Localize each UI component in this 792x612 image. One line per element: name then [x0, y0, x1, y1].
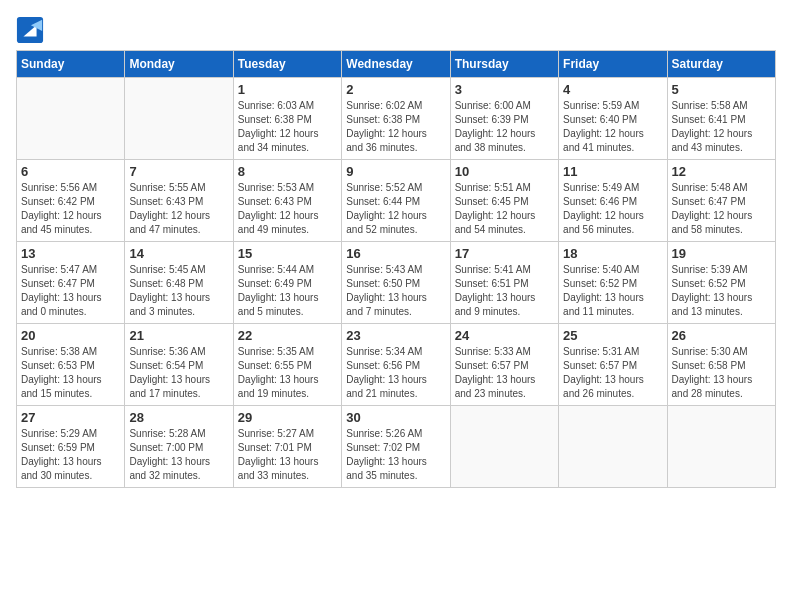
- day-number: 10: [455, 164, 554, 179]
- calendar-cell: 30Sunrise: 5:26 AM Sunset: 7:02 PM Dayli…: [342, 406, 450, 488]
- day-detail: Sunrise: 5:53 AM Sunset: 6:43 PM Dayligh…: [238, 181, 337, 237]
- calendar-cell: 26Sunrise: 5:30 AM Sunset: 6:58 PM Dayli…: [667, 324, 775, 406]
- calendar-cell: 21Sunrise: 5:36 AM Sunset: 6:54 PM Dayli…: [125, 324, 233, 406]
- day-number: 9: [346, 164, 445, 179]
- day-detail: Sunrise: 5:39 AM Sunset: 6:52 PM Dayligh…: [672, 263, 771, 319]
- calendar-cell: 27Sunrise: 5:29 AM Sunset: 6:59 PM Dayli…: [17, 406, 125, 488]
- calendar-week-1: 1Sunrise: 6:03 AM Sunset: 6:38 PM Daylig…: [17, 78, 776, 160]
- weekday-header-friday: Friday: [559, 51, 667, 78]
- day-number: 28: [129, 410, 228, 425]
- day-number: 2: [346, 82, 445, 97]
- day-number: 8: [238, 164, 337, 179]
- calendar-cell: [559, 406, 667, 488]
- day-number: 17: [455, 246, 554, 261]
- calendar-cell: 29Sunrise: 5:27 AM Sunset: 7:01 PM Dayli…: [233, 406, 341, 488]
- weekday-header-sunday: Sunday: [17, 51, 125, 78]
- calendar-cell: [450, 406, 558, 488]
- day-number: 16: [346, 246, 445, 261]
- calendar-cell: 23Sunrise: 5:34 AM Sunset: 6:56 PM Dayli…: [342, 324, 450, 406]
- day-detail: Sunrise: 5:35 AM Sunset: 6:55 PM Dayligh…: [238, 345, 337, 401]
- calendar-cell: 12Sunrise: 5:48 AM Sunset: 6:47 PM Dayli…: [667, 160, 775, 242]
- calendar-cell: 11Sunrise: 5:49 AM Sunset: 6:46 PM Dayli…: [559, 160, 667, 242]
- weekday-header-monday: Monday: [125, 51, 233, 78]
- calendar-cell: 18Sunrise: 5:40 AM Sunset: 6:52 PM Dayli…: [559, 242, 667, 324]
- day-detail: Sunrise: 5:51 AM Sunset: 6:45 PM Dayligh…: [455, 181, 554, 237]
- weekday-header-wednesday: Wednesday: [342, 51, 450, 78]
- day-detail: Sunrise: 5:55 AM Sunset: 6:43 PM Dayligh…: [129, 181, 228, 237]
- calendar-cell: 24Sunrise: 5:33 AM Sunset: 6:57 PM Dayli…: [450, 324, 558, 406]
- calendar-cell: 5Sunrise: 5:58 AM Sunset: 6:41 PM Daylig…: [667, 78, 775, 160]
- day-number: 14: [129, 246, 228, 261]
- day-number: 13: [21, 246, 120, 261]
- weekday-header-saturday: Saturday: [667, 51, 775, 78]
- day-detail: Sunrise: 5:45 AM Sunset: 6:48 PM Dayligh…: [129, 263, 228, 319]
- day-number: 26: [672, 328, 771, 343]
- day-detail: Sunrise: 5:36 AM Sunset: 6:54 PM Dayligh…: [129, 345, 228, 401]
- day-detail: Sunrise: 5:52 AM Sunset: 6:44 PM Dayligh…: [346, 181, 445, 237]
- day-number: 24: [455, 328, 554, 343]
- calendar: SundayMondayTuesdayWednesdayThursdayFrid…: [16, 50, 776, 488]
- calendar-week-3: 13Sunrise: 5:47 AM Sunset: 6:47 PM Dayli…: [17, 242, 776, 324]
- day-detail: Sunrise: 5:48 AM Sunset: 6:47 PM Dayligh…: [672, 181, 771, 237]
- day-number: 19: [672, 246, 771, 261]
- day-detail: Sunrise: 5:40 AM Sunset: 6:52 PM Dayligh…: [563, 263, 662, 319]
- header: [16, 16, 776, 44]
- calendar-cell: 14Sunrise: 5:45 AM Sunset: 6:48 PM Dayli…: [125, 242, 233, 324]
- calendar-cell: 28Sunrise: 5:28 AM Sunset: 7:00 PM Dayli…: [125, 406, 233, 488]
- day-detail: Sunrise: 5:44 AM Sunset: 6:49 PM Dayligh…: [238, 263, 337, 319]
- day-number: 7: [129, 164, 228, 179]
- day-detail: Sunrise: 5:30 AM Sunset: 6:58 PM Dayligh…: [672, 345, 771, 401]
- day-detail: Sunrise: 5:34 AM Sunset: 6:56 PM Dayligh…: [346, 345, 445, 401]
- calendar-cell: 2Sunrise: 6:02 AM Sunset: 6:38 PM Daylig…: [342, 78, 450, 160]
- calendar-cell: 4Sunrise: 5:59 AM Sunset: 6:40 PM Daylig…: [559, 78, 667, 160]
- day-number: 12: [672, 164, 771, 179]
- calendar-cell: 7Sunrise: 5:55 AM Sunset: 6:43 PM Daylig…: [125, 160, 233, 242]
- weekday-header-tuesday: Tuesday: [233, 51, 341, 78]
- calendar-cell: [667, 406, 775, 488]
- day-number: 11: [563, 164, 662, 179]
- calendar-week-5: 27Sunrise: 5:29 AM Sunset: 6:59 PM Dayli…: [17, 406, 776, 488]
- day-number: 18: [563, 246, 662, 261]
- day-number: 4: [563, 82, 662, 97]
- day-detail: Sunrise: 5:28 AM Sunset: 7:00 PM Dayligh…: [129, 427, 228, 483]
- day-detail: Sunrise: 6:00 AM Sunset: 6:39 PM Dayligh…: [455, 99, 554, 155]
- calendar-cell: [17, 78, 125, 160]
- day-detail: Sunrise: 6:03 AM Sunset: 6:38 PM Dayligh…: [238, 99, 337, 155]
- day-number: 15: [238, 246, 337, 261]
- calendar-cell: 16Sunrise: 5:43 AM Sunset: 6:50 PM Dayli…: [342, 242, 450, 324]
- weekday-header-thursday: Thursday: [450, 51, 558, 78]
- day-detail: Sunrise: 5:27 AM Sunset: 7:01 PM Dayligh…: [238, 427, 337, 483]
- calendar-cell: 17Sunrise: 5:41 AM Sunset: 6:51 PM Dayli…: [450, 242, 558, 324]
- day-detail: Sunrise: 5:31 AM Sunset: 6:57 PM Dayligh…: [563, 345, 662, 401]
- calendar-cell: [125, 78, 233, 160]
- day-detail: Sunrise: 5:33 AM Sunset: 6:57 PM Dayligh…: [455, 345, 554, 401]
- calendar-cell: 22Sunrise: 5:35 AM Sunset: 6:55 PM Dayli…: [233, 324, 341, 406]
- logo-icon: [16, 16, 44, 44]
- calendar-cell: 15Sunrise: 5:44 AM Sunset: 6:49 PM Dayli…: [233, 242, 341, 324]
- calendar-cell: 9Sunrise: 5:52 AM Sunset: 6:44 PM Daylig…: [342, 160, 450, 242]
- calendar-cell: 20Sunrise: 5:38 AM Sunset: 6:53 PM Dayli…: [17, 324, 125, 406]
- calendar-cell: 6Sunrise: 5:56 AM Sunset: 6:42 PM Daylig…: [17, 160, 125, 242]
- day-number: 27: [21, 410, 120, 425]
- day-number: 23: [346, 328, 445, 343]
- weekday-header-row: SundayMondayTuesdayWednesdayThursdayFrid…: [17, 51, 776, 78]
- day-number: 3: [455, 82, 554, 97]
- calendar-cell: 10Sunrise: 5:51 AM Sunset: 6:45 PM Dayli…: [450, 160, 558, 242]
- logo: [16, 16, 48, 44]
- day-detail: Sunrise: 5:29 AM Sunset: 6:59 PM Dayligh…: [21, 427, 120, 483]
- day-number: 6: [21, 164, 120, 179]
- day-number: 21: [129, 328, 228, 343]
- day-detail: Sunrise: 5:58 AM Sunset: 6:41 PM Dayligh…: [672, 99, 771, 155]
- day-number: 29: [238, 410, 337, 425]
- day-number: 22: [238, 328, 337, 343]
- calendar-cell: 13Sunrise: 5:47 AM Sunset: 6:47 PM Dayli…: [17, 242, 125, 324]
- day-number: 30: [346, 410, 445, 425]
- day-detail: Sunrise: 5:26 AM Sunset: 7:02 PM Dayligh…: [346, 427, 445, 483]
- day-number: 5: [672, 82, 771, 97]
- day-detail: Sunrise: 6:02 AM Sunset: 6:38 PM Dayligh…: [346, 99, 445, 155]
- calendar-cell: 3Sunrise: 6:00 AM Sunset: 6:39 PM Daylig…: [450, 78, 558, 160]
- calendar-week-4: 20Sunrise: 5:38 AM Sunset: 6:53 PM Dayli…: [17, 324, 776, 406]
- day-detail: Sunrise: 5:47 AM Sunset: 6:47 PM Dayligh…: [21, 263, 120, 319]
- calendar-week-2: 6Sunrise: 5:56 AM Sunset: 6:42 PM Daylig…: [17, 160, 776, 242]
- calendar-cell: 19Sunrise: 5:39 AM Sunset: 6:52 PM Dayli…: [667, 242, 775, 324]
